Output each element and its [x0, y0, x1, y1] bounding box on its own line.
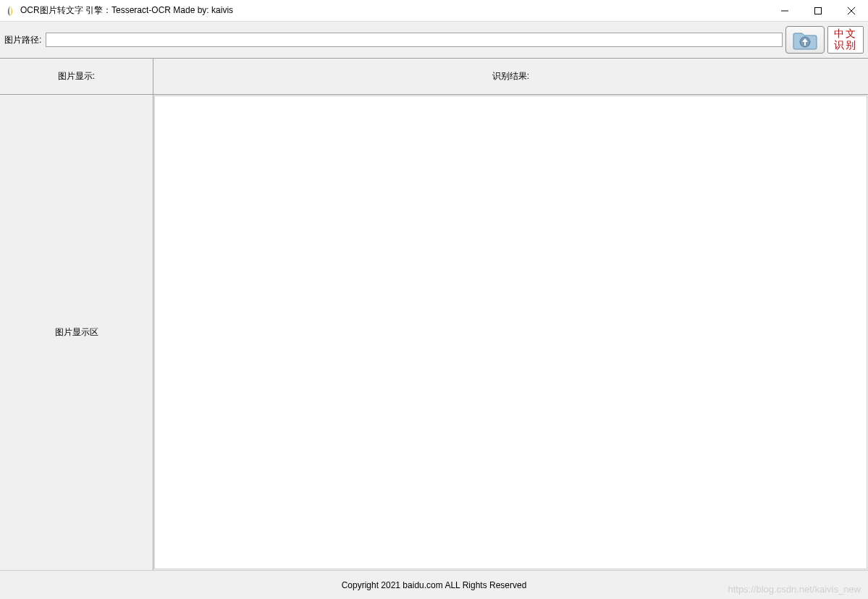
result-panel: 识别结果:	[153, 59, 868, 570]
titlebar: OCR图片转文字 引擎：Tesseract-OCR Made by: kaivi…	[0, 0, 868, 22]
close-button[interactable]	[835, 0, 868, 21]
result-panel-header: 识别结果:	[153, 59, 868, 95]
recognize-button[interactable]: 中文 识别	[827, 26, 864, 54]
minimize-button[interactable]	[768, 0, 801, 21]
footer: Copyright 2021 baidu.com ALL Rights Rese…	[0, 570, 868, 599]
image-panel: 图片显示: 图片显示区	[0, 59, 153, 570]
window-title: OCR图片转文字 引擎：Tesseract-OCR Made by: kaivi…	[20, 4, 768, 17]
main-area: 图片显示: 图片显示区 识别结果:	[0, 58, 868, 570]
toolbar: 图片路径: 中文 识别	[0, 22, 868, 58]
recognize-line1: 中文	[834, 28, 857, 40]
folder-upload-icon	[791, 29, 819, 51]
upload-button[interactable]	[785, 26, 825, 54]
path-label: 图片路径:	[4, 34, 41, 46]
result-text-area[interactable]	[154, 95, 867, 569]
image-path-input[interactable]	[46, 33, 783, 47]
recognize-line2: 识别	[834, 40, 857, 51]
app-icon	[4, 5, 16, 17]
image-panel-header: 图片显示:	[0, 59, 153, 95]
svg-rect-1	[815, 7, 822, 14]
image-display-area: 图片显示区	[0, 95, 153, 570]
maximize-button[interactable]	[801, 0, 835, 21]
window-controls	[768, 0, 868, 21]
copyright-text: Copyright 2021 baidu.com ALL Rights Rese…	[342, 580, 527, 590]
